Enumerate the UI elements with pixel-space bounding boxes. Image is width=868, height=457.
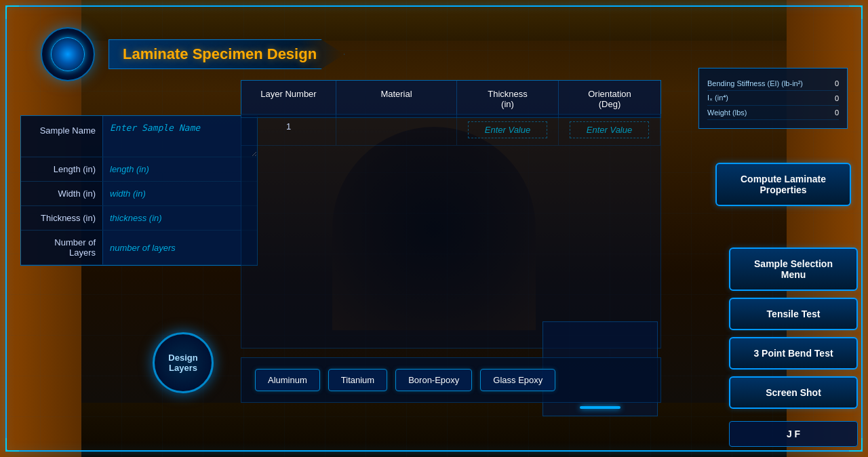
compute-button[interactable]: Compute Laminate Properties [715,163,851,206]
ix-value: 0 [825,94,839,102]
thickness-cell [457,115,559,145]
corner-decoration-tl [5,5,19,19]
width-label: Width (in) [21,182,102,205]
ix-row: Iₓ (in⁴) 0 [707,91,839,106]
left-panel: Sample Name Length (in) Width (in) Thick… [20,115,258,266]
titanium-button[interactable]: Titanium [328,369,387,391]
layer-number-cell: 1 [241,115,336,145]
ix-label: Iₓ (in⁴) [707,94,728,102]
th-thickness: Thickness(in) [457,81,559,117]
thickness-row: Thickness (in) [21,206,257,231]
num-layers-row: Number of Layers [21,231,257,265]
length-row: Length (in) [21,157,257,182]
orientation-value-input[interactable] [570,121,648,138]
orientation-cell [559,115,660,145]
num-layers-label: Number of Layers [21,231,102,264]
length-label: Length (in) [21,157,102,181]
app-title: Laminate Specimen Design [123,45,317,62]
user-badge: J F [729,421,858,447]
design-layers-line2: Layers [169,363,197,373]
boron-epoxy-button[interactable]: Boron-Epoxy [395,369,472,391]
thickness-value-input[interactable] [468,121,547,138]
width-input[interactable] [102,182,257,205]
bending-stiffness-row: Bending Stiffness (EI) (lb-in²) 0 [707,77,839,91]
design-layers-button[interactable]: Design Layers [153,332,214,393]
material-cell [336,115,457,145]
table-row: 1 [241,115,660,146]
title-bar: Laminate Specimen Design [41,27,344,81]
th-material: Material [336,81,457,117]
bending-stiffness-label: Bending Stiffness (EI) (lb-in²) [707,79,803,87]
length-input[interactable] [102,157,257,181]
tensile-test-button[interactable]: Tensile Test [729,298,858,330]
aluminum-button[interactable]: Aluminum [255,369,320,391]
table-body: 1 [241,114,661,349]
sample-name-label: Sample Name [21,116,102,157]
corner-decoration-tr [849,5,863,19]
width-row: Width (in) [21,182,257,206]
sample-selection-button[interactable]: Sample Selection Menu [729,247,858,291]
corner-decoration-bl [5,438,19,452]
weight-row: Weight (lbs) 0 [707,106,839,120]
logo [41,27,95,81]
title-container: Laminate Specimen Design [108,39,344,69]
th-layer-number: Layer Number [241,81,336,117]
design-layers-line1: Design [168,353,197,363]
th-orientation: Orientation(Deg) [559,81,660,117]
screenshot-button[interactable]: Screen Shot [729,376,858,409]
table-header: Layer Number Material Thickness(in) Orie… [241,80,661,118]
sample-name-row: Sample Name [21,116,257,157]
weight-label: Weight (lbs) [707,108,747,117]
properties-panel: Bending Stiffness (EI) (lb-in²) 0 Iₓ (in… [698,68,848,129]
thickness-input[interactable] [102,206,257,230]
right-sidebar: Sample Selection Menu Tensile Test 3 Poi… [729,247,858,409]
glass-epoxy-button[interactable]: Glass Epoxy [480,369,555,391]
num-layers-input[interactable] [102,231,257,264]
bend-test-button[interactable]: 3 Point Bend Test [729,337,858,370]
sample-name-input[interactable] [102,116,257,157]
material-buttons-panel: Aluminum Titanium Boron-Epoxy Glass Epox… [241,357,661,403]
thickness-label: Thickness (in) [21,206,102,230]
weight-value: 0 [825,108,839,117]
user-initials: J F [787,429,800,439]
bending-stiffness-value: 0 [825,79,839,87]
